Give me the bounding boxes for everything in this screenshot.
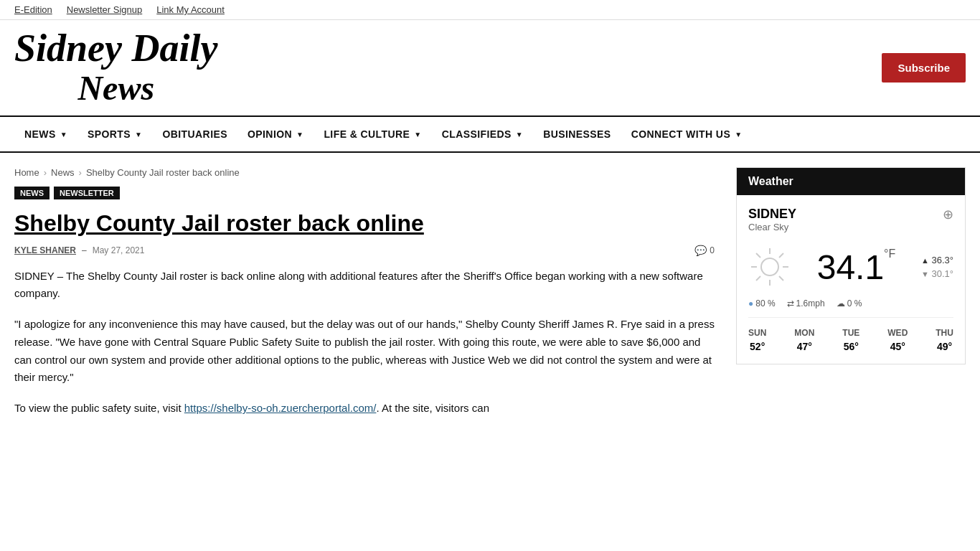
top-bar: E-Edition Newsletter Signup Link My Acco… <box>0 0 980 20</box>
weather-body: SIDNEY Clear Sky ⊕ <box>737 195 965 364</box>
weather-humidity: ● 80 % <box>748 298 776 309</box>
chevron-down-icon: ▼ <box>60 131 67 138</box>
weather-main: 34.1 °F ▲ 36.3° ▼ 30.1° <box>748 245 953 288</box>
article-tags: News Newsletter <box>14 187 715 199</box>
article-link[interactable]: https://shelby-so-oh.zuercherportal.com/ <box>184 402 377 414</box>
byline: KYLE SHANER – May 27, 2021 💬 0 <box>14 245 715 256</box>
weather-unit: °F <box>884 248 895 260</box>
e-edition-link[interactable]: E-Edition <box>14 4 52 15</box>
article-title: Shelby County Jail roster back online <box>14 209 715 237</box>
logo-line1: Sidney Daily <box>14 27 217 70</box>
nav-item-businesses[interactable]: BUSINESSES <box>533 117 621 151</box>
logo-line2: News <box>14 70 217 108</box>
nav-item-opinion[interactable]: OPINION ▼ <box>237 117 314 151</box>
weather-city-row: SIDNEY Clear Sky ⊕ <box>748 207 953 242</box>
nav-item-connect[interactable]: CONNECT WITH US ▼ <box>621 117 753 151</box>
weather-city: SIDNEY <box>748 207 796 222</box>
sidebar: Weather SIDNEY Clear Sky ⊕ <box>736 167 966 430</box>
nav-item-news[interactable]: NEWS ▼ <box>14 117 77 151</box>
breadcrumb-home[interactable]: Home <box>14 167 39 178</box>
cloud-icon: ☁ <box>837 298 845 309</box>
svg-line-6 <box>779 276 783 281</box>
forecast-day-0: SUN 52° <box>748 328 766 352</box>
subscribe-button[interactable]: Subscribe <box>882 53 966 83</box>
weather-forecast: SUN 52° MON 47° TUE 56° WED 45° <box>748 328 953 352</box>
location-icon: ⊕ <box>943 207 953 222</box>
svg-line-7 <box>779 253 783 258</box>
weather-low: ▼ 30.1° <box>921 268 953 279</box>
comments-count[interactable]: 💬 0 <box>694 245 715 256</box>
svg-line-5 <box>756 253 760 258</box>
nav-item-obituaries[interactable]: OBITUARIES <box>152 117 237 151</box>
breadcrumb: Home › News › Shelby County Jail roster … <box>14 167 715 178</box>
nav-item-life-culture[interactable]: LIFE & CULTURE ▼ <box>314 117 431 151</box>
weather-precipitation: ☁ 0 % <box>837 298 862 309</box>
article-area: Home › News › Shelby County Jail roster … <box>14 167 715 430</box>
drop-icon: ● <box>748 298 753 309</box>
article-date: May 27, 2021 <box>93 245 145 255</box>
main-layout: Home › News › Shelby County Jail roster … <box>0 153 980 445</box>
svg-line-8 <box>756 276 760 281</box>
link-my-account-link[interactable]: Link My Account <box>156 4 225 15</box>
nav-item-classifieds[interactable]: CLASSIFIEDS ▼ <box>432 117 534 151</box>
tag-newsletter[interactable]: Newsletter <box>54 187 120 199</box>
weather-widget: Weather SIDNEY Clear Sky ⊕ <box>736 167 966 364</box>
chevron-down-icon: ▼ <box>735 131 742 138</box>
site-logo[interactable]: Sidney Daily News <box>14 27 217 108</box>
weather-hi-lo: ▲ 36.3° ▼ 30.1° <box>921 255 953 279</box>
newsletter-signup-link[interactable]: Newsletter Signup <box>67 4 143 15</box>
weather-wind: ⇄ 1.6mph <box>787 298 825 309</box>
article-paragraph-3: To view the public safety suite, visit h… <box>14 400 715 418</box>
weather-high: ▲ 36.3° <box>921 255 953 265</box>
comment-number: 0 <box>710 245 715 255</box>
nav-item-sports[interactable]: SPORTS ▼ <box>77 117 152 151</box>
chevron-down-icon: ▼ <box>414 131 421 138</box>
forecast-day-3: WED 45° <box>887 328 908 352</box>
article-paragraph-2: "I apologize for any inconvenience this … <box>14 316 715 387</box>
wind-icon: ⇄ <box>787 298 794 309</box>
forecast-day-2: TUE 56° <box>842 328 859 352</box>
weather-header: Weather <box>737 168 965 195</box>
tag-news[interactable]: News <box>14 187 50 199</box>
header: Sidney Daily News Subscribe <box>0 20 980 116</box>
forecast-day-4: THU 49° <box>936 328 953 352</box>
article-paragraph-1: SIDNEY – The Shelby County Jail roster i… <box>14 268 715 303</box>
weather-description: Clear Sky <box>748 222 796 232</box>
weather-temperature: 34.1 <box>817 248 884 287</box>
comment-icon: 💬 <box>694 245 707 256</box>
weather-sun-icon <box>748 245 791 288</box>
chevron-down-icon: ▼ <box>296 131 303 138</box>
main-nav: NEWS ▼ SPORTS ▼ OBITUARIES OPINION ▼ LIF… <box>0 116 980 153</box>
weather-stats: ● 80 % ⇄ 1.6mph ☁ 0 % <box>748 298 953 318</box>
svg-point-0 <box>761 258 778 276</box>
article-body: SIDNEY – The Shelby County Jail roster i… <box>14 268 715 418</box>
chevron-down-icon: ▼ <box>516 131 523 138</box>
breadcrumb-current: Shelby County Jail roster back online <box>86 167 240 178</box>
chevron-down-icon: ▼ <box>135 131 142 138</box>
forecast-day-1: MON 47° <box>794 328 814 352</box>
breadcrumb-news[interactable]: News <box>51 167 75 178</box>
article-author[interactable]: KYLE SHANER <box>14 245 76 255</box>
